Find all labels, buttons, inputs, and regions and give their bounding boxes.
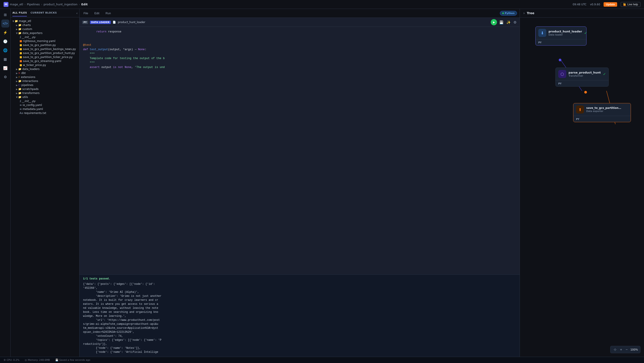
update-button[interactable]: Update [604,2,617,7]
node-loader-subtitle: Data loader [548,33,582,36]
tree-item-interactions[interactable]: ▶ 📁 interactions [11,79,79,83]
code-editor[interactable]: return response @test def test_output(ou… [80,27,520,274]
sidebar-icon-clock[interactable]: 🕐 [1,37,9,45]
block-file-icon: 📄 [112,21,116,24]
block-type-badge: DATA LOADER [90,21,111,24]
main-layout: ⊞ </> ⚡ 🕐 🌐 ▦ 📈 ⚙ ALL FILES CURRENT BLOC… [0,9,644,357]
tree-item-init-data-exporters[interactable]: § __init__.py [11,35,79,39]
node-transformer-title: parse_product_hunt [568,71,601,74]
node-exporter-footer: PY [574,116,631,122]
node-exporter-header: ⬆ save_to_gcs_partition_product_ Data ex… [574,103,631,116]
connector-transformer-out [584,91,587,94]
node-product-hunt-loader[interactable]: ⬇ product_hunt_loader Data loader ✓ PY [536,27,586,46]
editor-toolbar: File Edit Run Python [80,9,520,18]
block-header: PY DATA LOADER 📄 product_hunt_loader ▶ 💾… [80,18,520,27]
pipeline-canvas[interactable]: ⬇ product_hunt_loader Data loader ✓ PY ⬡ [520,18,644,357]
python-dot [502,13,504,14]
tree-item-init-utils[interactable]: § __init__.py [11,99,79,103]
zoom-fit-button[interactable]: ⊹ [613,347,617,352]
settings-action-button[interactable]: ⚙ [513,20,517,25]
tree-item-save-gcs-product-hunt[interactable]: ■ save_to_gcs_partition_product_hunt.py [11,51,79,55]
tree-item-data-loaders[interactable]: ▶ 📁 data_loaders [11,67,79,71]
node-loader-footer: PY [536,39,586,45]
lang-badge: PY [82,21,88,24]
node-save-gcs[interactable]: ⬆ save_to_gcs_partition_product_ Data ex… [573,103,631,122]
tree-item-metadata[interactable]: ≡ metadata.yaml [11,107,79,111]
sidebar-icon-code[interactable]: </> [1,20,9,28]
node-loader-header: ⬇ product_hunt_loader Data loader ✓ [536,27,586,39]
menu-edit[interactable]: Edit [93,11,100,16]
status-cpu: ⚙ CPU: 0.2% [4,358,19,361]
header-right: 09:48 UTC v0.9.60 Update 🙋 Live help [573,2,640,7]
breadcrumb-item-3[interactable]: product_hunt_ingestion [44,3,78,6]
tree-item-save-gcs-partition[interactable]: ■ save_to_gcs_partition.py [11,43,79,47]
right-panel-title: Tree [527,11,534,15]
zoom-level: 100% [630,348,638,351]
sidebar-icon-activity[interactable]: 📈 [1,64,9,72]
right-panel-expand-button[interactable]: › [524,11,524,15]
tree-root[interactable]: ▼ 📁 mage_etl [11,19,79,23]
tab-all-files[interactable]: ALL FILES [12,10,27,17]
sidebar-icon-grid[interactable]: ⊞ [1,11,9,19]
menu-run[interactable]: Run [104,11,112,16]
breadcrumb-current: Edit [81,3,88,6]
sidebar-icon-globe[interactable]: 🌐 [1,46,9,54]
menu-file[interactable]: File [82,11,90,16]
tree-item-pipelines[interactable]: ▶ ⬡ pipelines [11,83,79,87]
node-transformer-footer: PY [556,80,608,86]
file-tree-body: ▼ 📁 mage_etl ▶ 📁 charts ▶ 📁 custom [11,17,79,357]
file-tree-panel: ALL FILES CURRENT BLOCKS ‹ ▼ 📁 mage_etl … [11,9,80,357]
code-line-2 [83,34,516,39]
tree-item-extensions[interactable]: ▶ ⚡ extensions [11,75,79,79]
zoom-out-button[interactable]: − [625,347,628,352]
save-action-button[interactable]: 💾 [499,20,504,25]
tree-item-io-config[interactable]: ≡ io_config.yaml [11,103,79,107]
header-time: 09:48 UTC [573,3,586,6]
node-transformer-header: ⬡ parse_product_hunt Transformer ✓ [556,68,608,80]
tree-item-requirements[interactable]: Aa requirements.txt [11,111,79,115]
python-badge[interactable]: Python [500,11,517,16]
live-help-icon: 🙋 [623,3,626,6]
tree-item-save-gcs-ticker[interactable]: ■ save_to_gcs_partition_ticker_price.py [11,55,79,59]
node-exporter-title: save_to_gcs_partition_product_ [586,106,622,110]
code-line-3 [83,39,516,43]
status-memory: ◎ Memory: 248.6MB [25,358,50,361]
node-loader-title: product_hunt_loader [548,30,582,33]
breadcrumb-item-2[interactable]: Pipelines [27,3,40,6]
mage-logo: M [4,2,8,7]
tree-item-dbt[interactable]: ▶ ✕ dbt [11,71,79,75]
tree-item-charts[interactable]: ▶ 📁 charts [11,23,79,27]
run-button[interactable]: ▶ [491,19,497,25]
tree-item-utils[interactable]: ▼ 📁 utils [11,95,79,99]
sidebar-icon-lightning[interactable]: ⚡ [1,29,9,37]
tree-item-transformers[interactable]: ▶ 📁 transformers [11,91,79,95]
block-name[interactable]: product_hunt_loader [118,21,145,24]
zoom-in-button[interactable]: + [619,347,623,352]
tree-item-righteous-morning[interactable]: ■ righteous_morning.yaml [11,39,79,43]
tree-item-save-gcs-bezinga[interactable]: ■ save_to_gcs_partition_bezinga_news.py [11,47,79,51]
live-help-button[interactable]: 🙋 Live help [621,2,640,7]
status-saved: 💾 Saved a few seconds ago [55,358,90,361]
icon-sidebar: ⊞ </> ⚡ 🕐 🌐 ▦ 📈 ⚙ [0,9,11,357]
magic-action-button[interactable]: ✨ [506,20,511,25]
save-icon: 💾 [55,358,58,361]
file-tree-collapse-button[interactable]: ‹ [76,11,78,15]
node-transformer-icon: ⬡ [558,70,566,78]
sidebar-icon-table[interactable]: ▦ [1,55,9,63]
tree-item-custom[interactable]: ▶ 📁 custom [11,27,79,31]
tab-current-blocks[interactable]: CURRENT BLOCKS [30,10,57,17]
node-loader-check: ✓ [584,31,587,35]
block-actions: ▶ 💾 ✨ ⚙ [491,19,517,25]
code-line-8: """ [83,61,516,65]
tree-item-data-exporters[interactable]: ▼ 📁 data_exporters [11,31,79,35]
tree-item-scratchpads[interactable]: ▶ 📁 scratchpads [11,87,79,91]
sidebar-icon-settings[interactable]: ⚙ [1,73,9,81]
node-parse-product-hunt[interactable]: ⬡ parse_product_hunt Transformer ✓ PY [556,68,609,87]
tree-item-save-gcs-streaming[interactable]: ■ save_to_gcs_streaming.yaml [11,59,79,63]
connector-loader-out [559,59,562,61]
breadcrumb-item-1[interactable]: mage_etl [10,3,23,6]
test-result: 1/1 tests passed. [83,277,516,280]
tree-item-w-ticker[interactable]: ■ w_ticker_price.py [11,63,79,67]
node-loader-icon: ⬇ [538,29,546,37]
memory-icon: ◎ [25,358,27,361]
